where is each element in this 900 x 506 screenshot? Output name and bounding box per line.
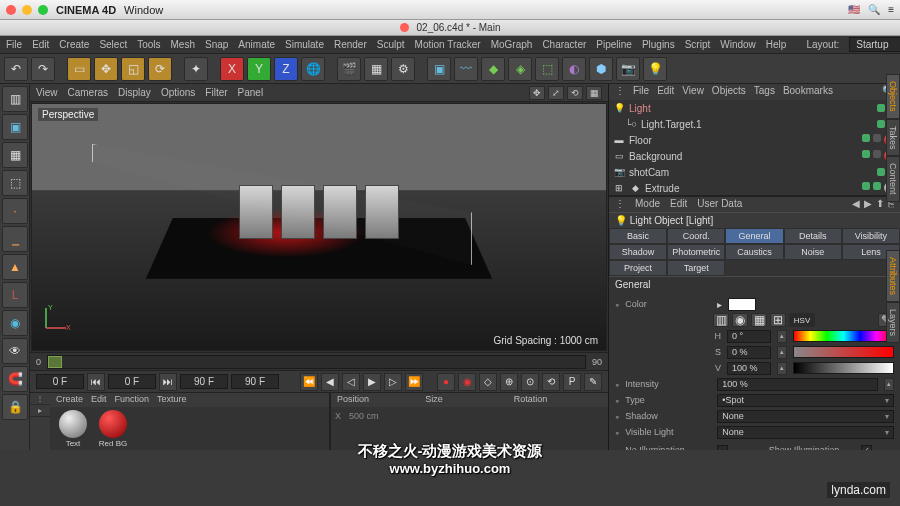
color-picker-icon[interactable]: ▥ [713,313,729,327]
shadow-dropdown[interactable]: None [717,410,894,423]
material-red-bg[interactable]: Red BG [96,410,130,448]
hue-slider[interactable] [793,330,894,342]
key-param-button[interactable]: P [563,373,581,391]
light-button[interactable]: 💡 [643,57,667,81]
tab-project[interactable]: Project [609,260,667,276]
tab-coord[interactable]: Coord. [667,228,725,244]
step-fwd-button[interactable]: ▷ [384,373,402,391]
keyframe-sel-button[interactable]: ◇ [479,373,497,391]
menu-create[interactable]: Create [59,39,89,50]
dock-tab-takes[interactable]: Takes [886,119,900,157]
generator-button[interactable]: ◆ [481,57,505,81]
menu-snap[interactable]: Snap [205,39,228,50]
step-back-button[interactable]: ◀ [321,373,339,391]
menu-help[interactable]: Help [766,39,787,50]
vp-menu-view[interactable]: View [36,87,58,98]
spotlight-icon[interactable]: 🔍 [868,4,880,15]
redo-button[interactable]: ↷ [31,57,55,81]
om-menu-objects[interactable]: Objects [712,85,746,99]
project-end-field[interactable]: 90 F [231,374,279,389]
primitive-cube-button[interactable]: ▣ [427,57,451,81]
edge-mode-button[interactable]: ⎯ [2,226,28,252]
play-back-button[interactable]: ◁ [342,373,360,391]
attr-fwd-icon[interactable]: ▶ [864,198,872,211]
visible-light-dropdown[interactable]: None [717,426,894,439]
menu-mograph[interactable]: MoGraph [491,39,533,50]
menu-window[interactable]: Window [720,39,756,50]
window-controls[interactable] [6,5,48,15]
attr-up-icon[interactable]: ⬆ [876,198,884,211]
vp-menu-cameras[interactable]: Cameras [68,87,109,98]
color-swatch[interactable] [728,298,756,311]
mat-menu-create[interactable]: Create [56,394,83,406]
range-end-field[interactable]: 90 F [180,374,228,389]
light-type-dropdown[interactable]: • Spot [717,394,894,407]
menu-mesh[interactable]: Mesh [171,39,195,50]
attr-menu-userdata[interactable]: User Data [697,198,742,211]
sat-field[interactable]: 0 % [727,346,771,359]
menu-file[interactable]: File [6,39,22,50]
tab-basic[interactable]: Basic [609,228,667,244]
workplane-button[interactable]: ⬚ [2,170,28,196]
coord-x-value[interactable]: 500 cm [349,411,379,446]
key-scale-button[interactable]: ⊙ [521,373,539,391]
object-row-background[interactable]: ▭Background [609,148,900,164]
tab-visibility[interactable]: Visibility [842,228,900,244]
val-field[interactable]: 100 % [727,362,771,375]
forward-button[interactable]: ⏩ [405,373,423,391]
coord-system[interactable]: 🌐 [301,57,325,81]
dock-tab-content[interactable]: Content [886,156,900,202]
vp-orbit-icon[interactable]: ⟲ [567,86,583,100]
object-row-shotcam[interactable]: 📷shotCam [609,164,900,180]
array-button[interactable]: ⬚ [535,57,559,81]
material-text[interactable]: Text [56,410,90,448]
key-pos-button[interactable]: ⊕ [500,373,518,391]
tab-general[interactable]: General [725,228,783,244]
hue-field[interactable]: 0 ° [727,330,771,343]
color-wheel-icon[interactable]: ◉ [732,313,748,327]
vp-layout-icon[interactable]: ▦ [586,86,602,100]
spinner-icon[interactable]: ▴ [777,330,787,343]
vp-menu-panel[interactable]: Panel [238,87,264,98]
menu-pipeline[interactable]: Pipeline [596,39,632,50]
rewind-button[interactable]: ⏪ [300,373,318,391]
mat-menu-texture[interactable]: Texture [157,394,187,406]
spinner-icon[interactable]: ▴ [777,346,787,359]
current-frame-field[interactable]: 0 F [108,374,156,389]
rotate-tool[interactable]: ⟳ [148,57,172,81]
spinner-icon[interactable]: ▴ [884,378,894,391]
object-tree[interactable]: 💡Light └○Light.Target.1 ▬Floor ▭Backgrou… [609,100,900,196]
texture-mode-button[interactable]: ▦ [2,142,28,168]
move-tool[interactable]: ✥ [94,57,118,81]
range-start-field[interactable]: 0 F [36,374,84,389]
vp-pan-icon[interactable]: ✥ [529,86,545,100]
dock-tab-layers[interactable]: Layers [886,302,900,343]
tab-noise[interactable]: Noise [784,244,842,260]
scale-tool[interactable]: ◱ [121,57,145,81]
menu-plugins[interactable]: Plugins [642,39,675,50]
viewport-solo-button[interactable]: 👁 [2,338,28,364]
record-key-button[interactable]: ● [437,373,455,391]
axis-z-toggle[interactable]: Z [274,57,298,81]
vp-menu-options[interactable]: Options [161,87,195,98]
minimize-window-icon[interactable] [22,5,32,15]
menu-tools[interactable]: Tools [137,39,160,50]
render-region-button[interactable]: ▦ [364,57,388,81]
playhead[interactable] [48,356,62,368]
point-mode-button[interactable]: · [2,198,28,224]
menu-character[interactable]: Character [542,39,586,50]
menu-extra-icon[interactable]: ≡ [888,4,894,15]
layout-dropdown[interactable]: Startup [849,37,900,52]
no-illumination-checkbox[interactable] [717,445,728,451]
doc-close-icon[interactable] [400,23,409,32]
om-menu-tags[interactable]: Tags [754,85,775,99]
tab-target[interactable]: Target [667,260,725,276]
tab-shadow[interactable]: Shadow [609,244,667,260]
menu-select[interactable]: Select [99,39,127,50]
vp-menu-filter[interactable]: Filter [205,87,227,98]
mat-menu-function[interactable]: Function [115,394,150,406]
viewport-perspective[interactable]: Perspective Y X Grid Spacing : 1000 cm [31,103,607,351]
menu-simulate[interactable]: Simulate [285,39,324,50]
tab-details[interactable]: Details [784,228,842,244]
tab-caustics[interactable]: Caustics [725,244,783,260]
